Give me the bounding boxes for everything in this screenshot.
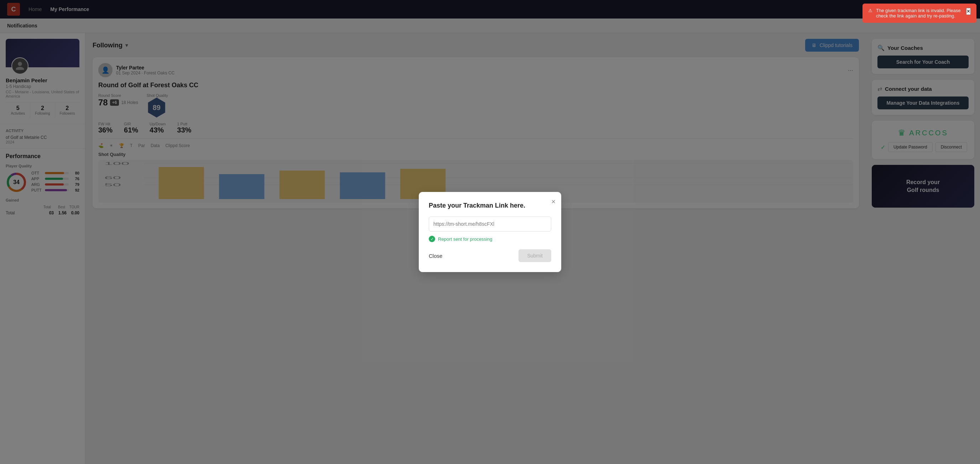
modal-close-x-button[interactable]: ×: [551, 198, 555, 206]
modal-actions: Close Submit: [429, 249, 551, 262]
toast-close-button[interactable]: ×: [966, 8, 971, 15]
toast-message: The given trackman link is invalid. Plea…: [876, 8, 963, 19]
success-check-icon: ✓: [429, 236, 435, 242]
toast-error: ⚠ The given trackman link is invalid. Pl…: [862, 3, 977, 23]
modal-success-message: ✓ Report sent for processing: [429, 236, 551, 242]
modal-overlay[interactable]: Paste your Trackman Link here. × ✓ Repor…: [0, 0, 980, 464]
modal-close-button[interactable]: Close: [429, 253, 442, 259]
success-text: Report sent for processing: [438, 237, 492, 242]
modal-title: Paste your Trackman Link here.: [429, 202, 551, 210]
modal-submit-button[interactable]: Submit: [519, 249, 551, 262]
toast-warning-icon: ⚠: [868, 8, 872, 13]
trackman-modal: Paste your Trackman Link here. × ✓ Repor…: [419, 192, 561, 272]
trackman-link-input[interactable]: [429, 216, 551, 232]
